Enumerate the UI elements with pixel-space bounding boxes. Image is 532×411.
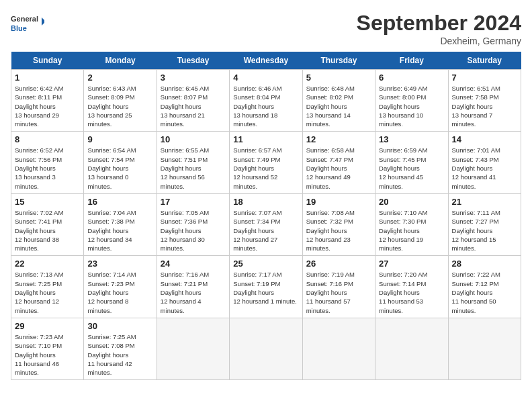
day-info: Sunrise: 6:45 AMSunset: 8:07 PMDaylight … <box>161 84 226 128</box>
day-info: Sunrise: 7:07 AMSunset: 7:34 PMDaylight … <box>233 208 298 253</box>
svg-text:General: General <box>11 15 38 23</box>
day-number: 15 <box>15 197 80 207</box>
day-number: 16 <box>87 197 152 207</box>
day-number: 5 <box>306 73 371 83</box>
table-row: 23 Sunrise: 7:14 AMSunset: 7:23 PMDaylig… <box>84 256 157 318</box>
month-title: September 2024 <box>357 11 521 36</box>
day-number: 3 <box>161 73 226 83</box>
day-number: 1 <box>15 73 80 83</box>
col-thursday: Thursday <box>302 52 375 70</box>
table-row: 26 Sunrise: 7:19 AMSunset: 7:16 PMDaylig… <box>302 256 375 318</box>
day-info: Sunrise: 7:14 AMSunset: 7:23 PMDaylight … <box>87 270 152 314</box>
table-row: 10 Sunrise: 6:55 AMSunset: 7:51 PMDaylig… <box>157 132 229 193</box>
table-row: 13 Sunrise: 6:59 AMSunset: 7:45 PMDaylig… <box>375 132 448 193</box>
table-row <box>302 318 375 379</box>
day-info: Sunrise: 6:51 AMSunset: 7:58 PMDaylight … <box>452 84 517 128</box>
table-row <box>230 318 302 379</box>
day-info: Sunrise: 6:59 AMSunset: 7:45 PMDaylight … <box>379 146 444 190</box>
table-row: 6 Sunrise: 6:49 AMSunset: 8:00 PMDayligh… <box>375 70 448 132</box>
table-row <box>157 318 229 379</box>
day-info: Sunrise: 7:25 AMSunset: 7:08 PMDaylight … <box>87 332 152 377</box>
day-number: 9 <box>87 134 152 144</box>
table-row: 9 Sunrise: 6:54 AMSunset: 7:54 PMDayligh… <box>84 132 157 193</box>
page-header: General Blue September 2024 Dexheim, Ger… <box>11 11 521 46</box>
table-row: 24 Sunrise: 7:16 AMSunset: 7:21 PMDaylig… <box>157 256 229 318</box>
svg-marker-2 <box>42 17 44 26</box>
day-number: 12 <box>306 134 371 144</box>
table-row: 7 Sunrise: 6:51 AMSunset: 7:58 PMDayligh… <box>448 70 521 132</box>
day-number: 17 <box>161 197 226 207</box>
day-info: Sunrise: 7:20 AMSunset: 7:14 PMDaylight … <box>379 270 444 314</box>
day-info: Sunrise: 7:10 AMSunset: 7:30 PMDaylight … <box>379 208 444 253</box>
day-number: 30 <box>87 321 152 331</box>
table-row: 3 Sunrise: 6:45 AMSunset: 8:07 PMDayligh… <box>157 70 229 132</box>
table-row: 21 Sunrise: 7:11 AMSunset: 7:27 PMDaylig… <box>448 193 521 255</box>
table-row: 12 Sunrise: 6:58 AMSunset: 7:47 PMDaylig… <box>302 132 375 193</box>
col-monday: Monday <box>84 52 157 70</box>
header-row: Sunday Monday Tuesday Wednesday Thursday… <box>11 52 521 70</box>
location: Dexheim, Germany <box>357 36 521 46</box>
col-sunday: Sunday <box>11 52 84 70</box>
table-row: 22 Sunrise: 7:13 AMSunset: 7:25 PMDaylig… <box>11 256 84 318</box>
day-info: Sunrise: 7:02 AMSunset: 7:41 PMDaylight … <box>15 208 80 253</box>
logo: General Blue <box>11 11 44 38</box>
table-row: 20 Sunrise: 7:10 AMSunset: 7:30 PMDaylig… <box>375 193 448 255</box>
day-number: 20 <box>379 197 444 207</box>
day-number: 24 <box>161 259 226 269</box>
day-info: Sunrise: 6:48 AMSunset: 8:02 PMDaylight … <box>306 84 371 128</box>
day-info: Sunrise: 7:17 AMSunset: 7:19 PMDaylight … <box>233 270 298 306</box>
day-info: Sunrise: 6:57 AMSunset: 7:49 PMDaylight … <box>233 146 298 190</box>
day-info: Sunrise: 6:52 AMSunset: 7:56 PMDaylight … <box>15 146 80 190</box>
day-info: Sunrise: 7:19 AMSunset: 7:16 PMDaylight … <box>306 270 371 314</box>
day-number: 29 <box>15 321 80 331</box>
col-friday: Friday <box>375 52 448 70</box>
day-info: Sunrise: 7:16 AMSunset: 7:21 PMDaylight … <box>161 270 226 314</box>
calendar-week-4: 22 Sunrise: 7:13 AMSunset: 7:25 PMDaylig… <box>11 256 521 318</box>
day-info: Sunrise: 7:04 AMSunset: 7:38 PMDaylight … <box>87 208 152 253</box>
day-number: 19 <box>306 197 371 207</box>
day-number: 23 <box>87 259 152 269</box>
calendar-table: Sunday Monday Tuesday Wednesday Thursday… <box>11 52 521 380</box>
day-info: Sunrise: 7:23 AMSunset: 7:10 PMDaylight … <box>15 332 80 377</box>
day-number: 28 <box>452 259 517 269</box>
day-number: 21 <box>452 197 517 207</box>
day-info: Sunrise: 6:43 AMSunset: 8:09 PMDaylight … <box>87 84 152 128</box>
table-row: 29 Sunrise: 7:23 AMSunset: 7:10 PMDaylig… <box>11 318 84 379</box>
day-info: Sunrise: 7:08 AMSunset: 7:32 PMDaylight … <box>306 208 371 253</box>
table-row <box>448 318 521 379</box>
table-row: 5 Sunrise: 6:48 AMSunset: 8:02 PMDayligh… <box>302 70 375 132</box>
day-number: 2 <box>87 73 152 83</box>
day-info: Sunrise: 7:22 AMSunset: 7:12 PMDaylight … <box>452 270 517 314</box>
day-info: Sunrise: 6:58 AMSunset: 7:47 PMDaylight … <box>306 146 371 190</box>
calendar-week-1: 1 Sunrise: 6:42 AMSunset: 8:11 PMDayligh… <box>11 70 521 132</box>
svg-text:Blue: Blue <box>11 24 27 32</box>
table-row: 18 Sunrise: 7:07 AMSunset: 7:34 PMDaylig… <box>230 193 302 255</box>
day-info: Sunrise: 7:11 AMSunset: 7:27 PMDaylight … <box>452 208 517 253</box>
logo-svg: General Blue <box>11 11 44 38</box>
day-number: 18 <box>233 197 298 207</box>
title-area: September 2024 Dexheim, Germany <box>357 11 521 46</box>
day-info: Sunrise: 6:46 AMSunset: 8:04 PMDaylight … <box>233 84 298 128</box>
table-row: 14 Sunrise: 7:01 AMSunset: 7:43 PMDaylig… <box>448 132 521 193</box>
day-info: Sunrise: 6:55 AMSunset: 7:51 PMDaylight … <box>161 146 226 190</box>
table-row: 17 Sunrise: 7:05 AMSunset: 7:36 PMDaylig… <box>157 193 229 255</box>
day-number: 25 <box>233 259 298 269</box>
day-number: 10 <box>161 134 226 144</box>
table-row: 16 Sunrise: 7:04 AMSunset: 7:38 PMDaylig… <box>84 193 157 255</box>
table-row: 30 Sunrise: 7:25 AMSunset: 7:08 PMDaylig… <box>84 318 157 379</box>
day-number: 26 <box>306 259 371 269</box>
table-row: 19 Sunrise: 7:08 AMSunset: 7:32 PMDaylig… <box>302 193 375 255</box>
calendar-week-2: 8 Sunrise: 6:52 AMSunset: 7:56 PMDayligh… <box>11 132 521 193</box>
day-info: Sunrise: 7:01 AMSunset: 7:43 PMDaylight … <box>452 146 517 190</box>
table-row: 15 Sunrise: 7:02 AMSunset: 7:41 PMDaylig… <box>11 193 84 255</box>
table-row: 2 Sunrise: 6:43 AMSunset: 8:09 PMDayligh… <box>84 70 157 132</box>
day-info: Sunrise: 6:42 AMSunset: 8:11 PMDaylight … <box>15 84 80 128</box>
day-info: Sunrise: 6:49 AMSunset: 8:00 PMDaylight … <box>379 84 444 128</box>
table-row: 1 Sunrise: 6:42 AMSunset: 8:11 PMDayligh… <box>11 70 84 132</box>
table-row: 11 Sunrise: 6:57 AMSunset: 7:49 PMDaylig… <box>230 132 302 193</box>
table-row: 27 Sunrise: 7:20 AMSunset: 7:14 PMDaylig… <box>375 256 448 318</box>
day-number: 11 <box>233 134 298 144</box>
table-row: 8 Sunrise: 6:52 AMSunset: 7:56 PMDayligh… <box>11 132 84 193</box>
table-row: 25 Sunrise: 7:17 AMSunset: 7:19 PMDaylig… <box>230 256 302 318</box>
day-info: Sunrise: 6:54 AMSunset: 7:54 PMDaylight … <box>87 146 152 190</box>
